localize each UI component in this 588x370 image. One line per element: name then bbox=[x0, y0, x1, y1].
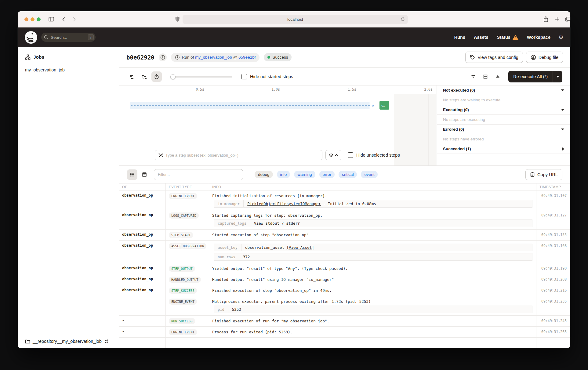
chevron-down-icon bbox=[561, 89, 564, 91]
step-panel-empty-row: No steps are executing bbox=[437, 115, 570, 125]
nav-item-assets[interactable]: Assets bbox=[474, 35, 488, 40]
log-level-filter-warning[interactable]: warning bbox=[294, 171, 315, 178]
sidebar-toggle-icon[interactable] bbox=[48, 16, 54, 22]
reexecute-all-button[interactable]: Re-execute All (*) bbox=[508, 71, 553, 82]
hide-unselected-control[interactable]: Hide unselected steps bbox=[348, 152, 400, 158]
log-table-filler bbox=[119, 338, 570, 348]
hide-not-started-control[interactable]: Hide not started steps bbox=[241, 74, 293, 79]
log-column-header: INFO bbox=[209, 183, 536, 190]
refresh-icon[interactable] bbox=[104, 339, 109, 344]
metadata-text: View stdout / stderr bbox=[254, 221, 300, 226]
step-subset-input-wrap bbox=[155, 150, 322, 160]
hide-unselected-checkbox[interactable] bbox=[348, 152, 353, 158]
back-icon[interactable] bbox=[61, 16, 67, 22]
log-row[interactable]: -ENGINE_EVENTMultiprocess executor: pare… bbox=[119, 296, 570, 316]
global-search-input[interactable]: Search... / bbox=[41, 33, 96, 42]
log-message: Handled output "result" using IO manager… bbox=[212, 275, 532, 282]
nav-item-status[interactable]: Status bbox=[497, 35, 518, 40]
collapse-down-button[interactable] bbox=[468, 71, 478, 82]
log-filter-input[interactable] bbox=[158, 172, 239, 177]
step-panel-section-title: Succeeded (1) bbox=[443, 147, 562, 151]
log-row[interactable]: observation_opSTEP_OUTPUTYielded output … bbox=[119, 263, 570, 274]
forward-icon[interactable] bbox=[71, 16, 77, 22]
commit-link[interactable]: 659ee1bf bbox=[238, 55, 256, 60]
log-row[interactable]: observation_opSTEP_STARTStarted executio… bbox=[119, 230, 570, 241]
log-level-filter-error[interactable]: error bbox=[319, 171, 335, 178]
log-info-cell: Finished execution of step "observation_… bbox=[209, 285, 536, 296]
step-panel-section-header[interactable]: Errored (0) bbox=[437, 125, 570, 134]
share-icon[interactable] bbox=[543, 16, 549, 23]
metadata-link[interactable]: [View Asset] bbox=[287, 245, 314, 250]
step-panel-section-header[interactable]: Executing (0) bbox=[437, 105, 570, 115]
log-level-filter-event[interactable]: event bbox=[361, 171, 378, 178]
gear-icon[interactable]: ⚙ bbox=[558, 34, 564, 40]
close-window-button[interactable] bbox=[24, 17, 28, 21]
log-info-cell: asset_keyobservation_asset [View Asset]n… bbox=[209, 241, 536, 263]
log-list-view-button[interactable] bbox=[127, 169, 137, 180]
log-row[interactable]: observation_opLOGS_CAPTUREDStarted captu… bbox=[119, 210, 570, 230]
gantt-step-chip[interactable]: o… bbox=[379, 101, 389, 110]
metadata-value: 372 bbox=[239, 255, 254, 259]
metadata-entry: num_rows372 bbox=[214, 253, 532, 261]
step-subset-input[interactable] bbox=[165, 153, 319, 158]
metadata-text: 372 bbox=[243, 255, 250, 259]
log-info-cell: Started execution of step "observation_o… bbox=[209, 230, 536, 240]
graph-query-toggle-button[interactable] bbox=[325, 150, 341, 160]
log-row[interactable]: observation_opHANDLED_OUTPUTHandled outp… bbox=[119, 274, 570, 285]
waterfall-view-button[interactable] bbox=[139, 71, 150, 82]
gantt-step-marker[interactable]: o bbox=[372, 103, 376, 107]
step-panel-section-header[interactable]: Not executed (0) bbox=[437, 85, 570, 95]
log-row[interactable]: observation_opENGINE_EVENTFinished initi… bbox=[119, 190, 570, 210]
hide-not-started-checkbox[interactable] bbox=[241, 74, 247, 79]
slider-knob[interactable] bbox=[170, 74, 176, 79]
nav-item-runs[interactable]: Runs bbox=[454, 35, 465, 40]
log-row[interactable]: -ENGINE_EVENTProcess for run exited (pid… bbox=[119, 327, 570, 338]
sidebar-title: Jobs bbox=[33, 54, 44, 60]
minimize-window-button[interactable] bbox=[31, 17, 34, 21]
rows-view-button[interactable] bbox=[480, 71, 491, 82]
step-panel-section-title: Executing (0) bbox=[443, 107, 561, 112]
flat-view-button[interactable] bbox=[127, 71, 137, 82]
step-panel-section-header[interactable]: Succeeded (1) bbox=[437, 144, 570, 154]
view-tags-config-button[interactable]: View tags and config bbox=[465, 52, 523, 63]
sidebar-item-job[interactable]: my_observation_job bbox=[18, 65, 119, 74]
metadata-link[interactable]: PickledObjectFilesystemIOManager bbox=[247, 201, 321, 206]
reload-icon[interactable] bbox=[400, 17, 405, 22]
new-tab-icon[interactable] bbox=[554, 16, 560, 22]
log-row[interactable]: -RUN_SUCCESSFinished execution of run fo… bbox=[119, 316, 570, 327]
job-link[interactable]: my_observation_job bbox=[195, 55, 232, 60]
log-info-cell: Handled output "result" using IO manager… bbox=[209, 274, 536, 285]
log-message: Process for run exited (pid: 5253). bbox=[212, 328, 532, 334]
metadata-text: observation_asset bbox=[245, 245, 286, 250]
log-info-cell: Finished execution of run for "my_observ… bbox=[209, 316, 536, 326]
dagster-logo[interactable] bbox=[24, 31, 38, 44]
reexecute-dropdown-button[interactable] bbox=[553, 71, 562, 82]
repository-footer[interactable]: __repository__my_observation_job bbox=[18, 335, 119, 348]
tab-overview-icon[interactable] bbox=[565, 16, 570, 22]
debug-file-button[interactable]: Debug file bbox=[526, 52, 563, 63]
nav-item-workspace[interactable]: Workspace bbox=[527, 35, 550, 40]
gantt-step-track[interactable] bbox=[130, 102, 370, 109]
log-level-filter-debug[interactable]: debug bbox=[255, 171, 273, 178]
log-row[interactable]: observation_opASSET_OBSERVATIONasset_key… bbox=[119, 241, 570, 263]
url-bar[interactable]: localhost bbox=[183, 15, 408, 24]
run-of-text: Run of my_observation_job @ 659ee1bf bbox=[182, 55, 256, 60]
gantt-chart: 0.5s1.0s1.5s2.0s o o… bbox=[119, 85, 437, 165]
zoom-window-button[interactable] bbox=[37, 17, 41, 21]
log-structured-view-button[interactable] bbox=[139, 169, 150, 180]
log-column-header: OP bbox=[119, 183, 166, 190]
log-event-type-cell: ENGINE_EVENT bbox=[166, 327, 209, 337]
run-info-button[interactable] bbox=[159, 53, 167, 61]
expand-up-button[interactable] bbox=[492, 71, 503, 82]
log-level-filter-info[interactable]: info bbox=[277, 171, 290, 178]
log-level-filter-critical[interactable]: critical bbox=[339, 171, 357, 178]
event-type-badge: STEP_OUTPUT bbox=[169, 266, 195, 272]
privacy-shield-icon bbox=[175, 16, 180, 22]
copy-url-button[interactable]: Copy URL bbox=[525, 169, 562, 180]
log-column-header: TIMESTAMP bbox=[536, 183, 570, 190]
gantt-zoom-slider[interactable] bbox=[170, 71, 232, 82]
event-type-badge: STEP_SUCCESS bbox=[169, 288, 197, 294]
log-row[interactable]: observation_opSTEP_SUCCESSFinished execu… bbox=[119, 285, 570, 296]
metadata-value: observation_asset [View Asset] bbox=[241, 245, 318, 250]
timer-view-button[interactable] bbox=[151, 71, 162, 82]
